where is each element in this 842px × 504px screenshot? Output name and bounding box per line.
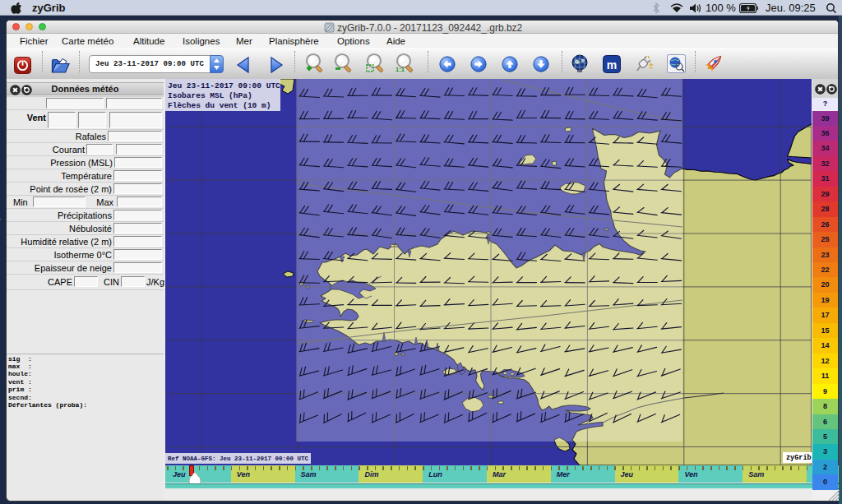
- svg-text:1:1: 1:1: [396, 66, 405, 73]
- svg-text:m: m: [607, 58, 617, 72]
